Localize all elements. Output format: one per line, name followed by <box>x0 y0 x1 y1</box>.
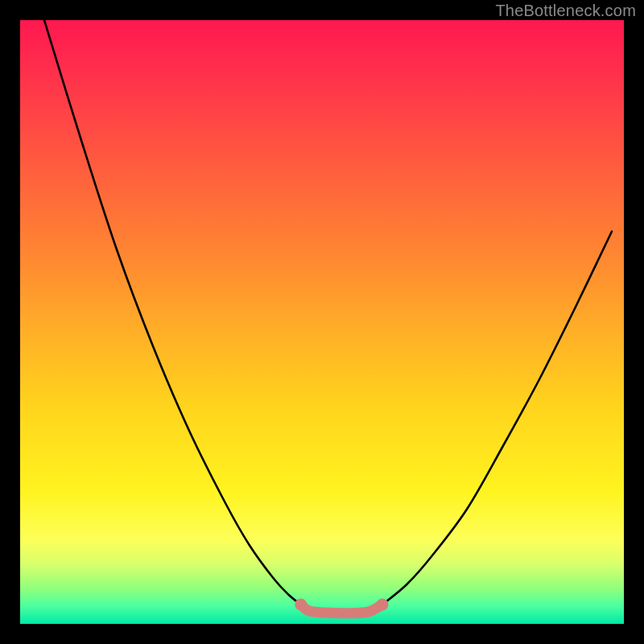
curve-left <box>44 20 301 605</box>
chart-curves-svg <box>20 20 624 624</box>
chart-plot-area <box>20 20 624 624</box>
watermark-text: TheBottleneck.com <box>495 2 636 20</box>
curve-valley <box>301 605 382 613</box>
chart-frame: TheBottleneck.com <box>0 0 644 644</box>
valley-right-dot <box>377 599 389 611</box>
curve-right <box>382 232 612 605</box>
valley-left-dot <box>295 599 307 611</box>
